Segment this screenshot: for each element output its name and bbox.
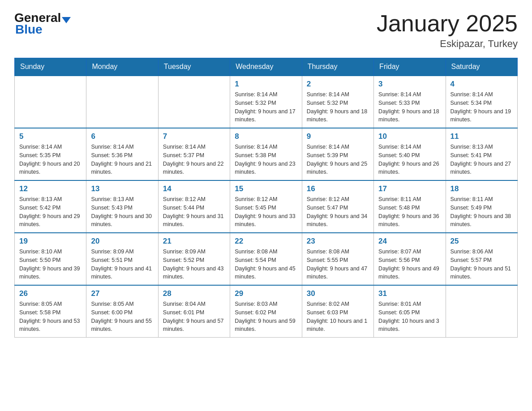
sunset-text: Sunset: 5:36 PM — [91, 151, 153, 160]
day-number: 25 — [450, 237, 513, 246]
sunrise-text: Sunrise: 8:11 AM — [450, 195, 513, 204]
calendar-title: January 2025 — [377, 11, 518, 36]
logo-triangle-icon — [62, 17, 71, 23]
daylight-text: Daylight: 9 hours and 29 minutes. — [19, 212, 82, 229]
day-info: Sunrise: 8:14 AMSunset: 5:36 PMDaylight:… — [91, 143, 153, 176]
calendar-cell: 24Sunrise: 8:07 AMSunset: 5:56 PMDayligh… — [374, 233, 446, 285]
calendar-cell: 23Sunrise: 8:08 AMSunset: 5:55 PMDayligh… — [302, 233, 373, 285]
sunset-text: Sunset: 5:42 PM — [19, 204, 82, 212]
calendar-cell: 15Sunrise: 8:12 AMSunset: 5:45 PMDayligh… — [230, 180, 302, 233]
sunrise-text: Sunrise: 8:14 AM — [19, 143, 82, 151]
calendar-cell: 1Sunrise: 8:14 AMSunset: 5:32 PMDaylight… — [230, 76, 302, 128]
day-number: 9 — [307, 132, 369, 141]
calendar-cell: 27Sunrise: 8:05 AMSunset: 6:00 PMDayligh… — [86, 285, 158, 338]
day-info: Sunrise: 8:14 AMSunset: 5:33 PMDaylight:… — [378, 90, 441, 124]
daylight-text: Daylight: 9 hours and 39 minutes. — [19, 265, 82, 282]
daylight-text: Daylight: 9 hours and 31 minutes. — [163, 212, 225, 229]
day-info: Sunrise: 8:13 AMSunset: 5:41 PMDaylight:… — [450, 143, 513, 176]
weekday-header-friday: Friday — [374, 58, 446, 76]
day-info: Sunrise: 8:03 AMSunset: 6:02 PMDaylight:… — [235, 300, 297, 334]
calendar-week-3: 12Sunrise: 8:13 AMSunset: 5:42 PMDayligh… — [15, 180, 518, 233]
sunset-text: Sunset: 5:58 PM — [19, 308, 82, 317]
sunrise-text: Sunrise: 8:11 AM — [378, 195, 441, 204]
weekday-header-sunday: Sunday — [15, 58, 86, 76]
calendar-cell: 3Sunrise: 8:14 AMSunset: 5:33 PMDaylight… — [374, 76, 446, 128]
daylight-text: Daylight: 9 hours and 53 minutes. — [19, 317, 82, 334]
daylight-text: Daylight: 9 hours and 17 minutes. — [235, 107, 297, 124]
day-info: Sunrise: 8:06 AMSunset: 5:57 PMDaylight:… — [450, 248, 513, 281]
daylight-text: Daylight: 9 hours and 38 minutes. — [450, 212, 513, 229]
calendar-cell: 17Sunrise: 8:11 AMSunset: 5:48 PMDayligh… — [374, 180, 446, 233]
day-number: 10 — [378, 132, 441, 141]
daylight-text: Daylight: 9 hours and 22 minutes. — [163, 160, 225, 177]
sunrise-text: Sunrise: 8:14 AM — [450, 90, 513, 99]
daylight-text: Daylight: 9 hours and 34 minutes. — [307, 212, 369, 229]
daylight-text: Daylight: 9 hours and 23 minutes. — [235, 160, 297, 177]
calendar-cell: 7Sunrise: 8:14 AMSunset: 5:37 PMDaylight… — [158, 128, 230, 180]
sunset-text: Sunset: 5:43 PM — [91, 204, 153, 212]
day-info: Sunrise: 8:02 AMSunset: 6:03 PMDaylight:… — [307, 300, 369, 334]
daylight-text: Daylight: 9 hours and 18 minutes. — [378, 107, 441, 124]
sunset-text: Sunset: 5:56 PM — [378, 256, 441, 265]
calendar-subtitle: Eskipazar, Turkey — [377, 38, 518, 50]
calendar-cell — [158, 76, 230, 128]
day-number: 8 — [235, 132, 297, 141]
day-number: 27 — [91, 289, 153, 298]
day-number: 4 — [450, 80, 513, 89]
calendar-header: SundayMondayTuesdayWednesdayThursdayFrid… — [15, 58, 518, 76]
sunset-text: Sunset: 6:01 PM — [163, 308, 225, 317]
daylight-text: Daylight: 9 hours and 20 minutes. — [19, 160, 82, 177]
day-info: Sunrise: 8:09 AMSunset: 5:52 PMDaylight:… — [163, 248, 225, 281]
day-info: Sunrise: 8:09 AMSunset: 5:51 PMDaylight:… — [91, 248, 153, 281]
day-info: Sunrise: 8:01 AMSunset: 6:05 PMDaylight:… — [378, 300, 441, 334]
sunrise-text: Sunrise: 8:09 AM — [163, 248, 225, 256]
weekday-header-monday: Monday — [86, 58, 158, 76]
sunrise-text: Sunrise: 8:14 AM — [307, 90, 369, 99]
day-info: Sunrise: 8:13 AMSunset: 5:43 PMDaylight:… — [91, 195, 153, 229]
day-number: 2 — [307, 80, 369, 89]
daylight-text: Daylight: 9 hours and 26 minutes. — [378, 160, 441, 177]
day-number: 11 — [450, 132, 513, 141]
day-number: 16 — [307, 184, 369, 193]
calendar-cell — [86, 76, 158, 128]
sunset-text: Sunset: 5:33 PM — [378, 99, 441, 107]
calendar-body: 1Sunrise: 8:14 AMSunset: 5:32 PMDaylight… — [15, 76, 518, 338]
day-number: 5 — [19, 132, 82, 141]
sunrise-text: Sunrise: 8:14 AM — [378, 143, 441, 151]
calendar-cell: 28Sunrise: 8:04 AMSunset: 6:01 PMDayligh… — [158, 285, 230, 338]
sunset-text: Sunset: 5:57 PM — [450, 256, 513, 265]
daylight-text: Daylight: 9 hours and 36 minutes. — [378, 212, 441, 229]
sunset-text: Sunset: 6:00 PM — [91, 308, 153, 317]
sunset-text: Sunset: 5:37 PM — [163, 151, 225, 160]
day-number: 20 — [91, 237, 153, 246]
day-info: Sunrise: 8:10 AMSunset: 5:50 PMDaylight:… — [19, 248, 82, 281]
day-info: Sunrise: 8:04 AMSunset: 6:01 PMDaylight:… — [163, 300, 225, 334]
calendar-cell: 20Sunrise: 8:09 AMSunset: 5:51 PMDayligh… — [86, 233, 158, 285]
daylight-text: Daylight: 9 hours and 19 minutes. — [450, 107, 513, 124]
calendar-cell: 12Sunrise: 8:13 AMSunset: 5:42 PMDayligh… — [15, 180, 86, 233]
sunrise-text: Sunrise: 8:09 AM — [91, 248, 153, 256]
sunrise-text: Sunrise: 8:14 AM — [235, 143, 297, 151]
day-number: 22 — [235, 237, 297, 246]
daylight-text: Daylight: 9 hours and 59 minutes. — [235, 317, 297, 334]
calendar-week-2: 5Sunrise: 8:14 AMSunset: 5:35 PMDaylight… — [15, 128, 518, 180]
day-info: Sunrise: 8:12 AMSunset: 5:45 PMDaylight:… — [235, 195, 297, 229]
sunset-text: Sunset: 5:50 PM — [19, 256, 82, 265]
day-info: Sunrise: 8:14 AMSunset: 5:38 PMDaylight:… — [235, 143, 297, 176]
sunset-text: Sunset: 5:35 PM — [19, 151, 82, 160]
sunset-text: Sunset: 5:39 PM — [307, 151, 369, 160]
calendar-cell: 30Sunrise: 8:02 AMSunset: 6:03 PMDayligh… — [302, 285, 373, 338]
day-number: 26 — [19, 289, 82, 298]
sunrise-text: Sunrise: 8:04 AM — [163, 300, 225, 308]
day-number: 3 — [378, 80, 441, 89]
daylight-text: Daylight: 10 hours and 1 minute. — [307, 317, 369, 334]
sunset-text: Sunset: 5:32 PM — [307, 99, 369, 107]
logo: General Blue — [14, 11, 71, 37]
calendar-cell: 13Sunrise: 8:13 AMSunset: 5:43 PMDayligh… — [86, 180, 158, 233]
calendar-cell: 29Sunrise: 8:03 AMSunset: 6:02 PMDayligh… — [230, 285, 302, 338]
day-number: 17 — [378, 184, 441, 193]
day-number: 15 — [235, 184, 297, 193]
calendar-cell: 18Sunrise: 8:11 AMSunset: 5:49 PMDayligh… — [446, 180, 517, 233]
sunset-text: Sunset: 5:40 PM — [378, 151, 441, 160]
calendar-cell: 21Sunrise: 8:09 AMSunset: 5:52 PMDayligh… — [158, 233, 230, 285]
